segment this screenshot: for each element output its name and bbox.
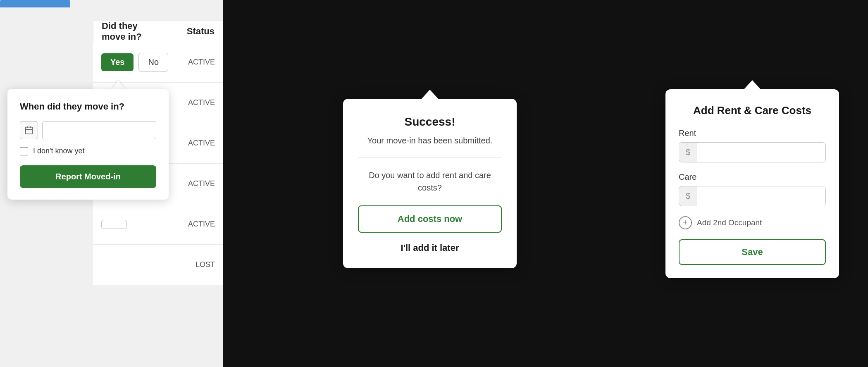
- left-panel: Did they move in? Status Yes No ACTIVE A…: [0, 0, 223, 367]
- table-header: Did they move in? Status: [93, 21, 223, 42]
- report-moved-in-button[interactable]: Report Moved-in: [20, 165, 156, 188]
- success-card: Success! Your move-in has been submitted…: [343, 99, 517, 268]
- care-label: Care: [679, 172, 826, 182]
- rent-label: Rent: [679, 129, 826, 138]
- success-title: Success!: [358, 115, 502, 129]
- dont-know-checkbox[interactable]: [20, 147, 28, 155]
- yes-no-group: Yes No: [101, 53, 168, 71]
- success-subtitle: Your move-in has been submitted.: [358, 136, 502, 145]
- status-badge-lost: LOST: [196, 260, 215, 269]
- table-row: Yes No ACTIVE: [93, 42, 223, 83]
- col-status-header: Status: [187, 26, 215, 37]
- no-button-row5[interactable]: [101, 220, 127, 229]
- save-button[interactable]: Save: [679, 239, 826, 265]
- rent-card-arrow: [743, 80, 761, 90]
- add-costs-now-button[interactable]: Add costs now: [358, 205, 502, 233]
- status-badge: ACTIVE: [188, 220, 215, 229]
- success-card-arrow: [421, 90, 439, 100]
- rent-dollar-symbol: $: [679, 143, 697, 162]
- date-field[interactable]: [42, 121, 156, 139]
- checkbox-row: I don't know yet: [20, 147, 156, 155]
- status-badge: ACTIVE: [188, 139, 215, 148]
- status-badge: ACTIVE: [188, 58, 215, 67]
- care-input-group: $: [679, 186, 826, 206]
- add-later-link[interactable]: I'll add it later: [358, 243, 502, 253]
- right-panel: Add Rent & Care Costs Rent $ Care $ + Ad…: [637, 0, 868, 367]
- dont-know-label: I don't know yet: [33, 147, 85, 155]
- movein-popup: When did they move in? I don't know yet …: [7, 89, 169, 200]
- rent-card: Add Rent & Care Costs Rent $ Care $ + Ad…: [665, 89, 839, 278]
- add-occupant-label: Add 2nd Occupant: [697, 218, 762, 227]
- status-badge: ACTIVE: [188, 98, 215, 107]
- table-row: ACTIVE: [93, 204, 223, 245]
- rent-card-title: Add Rent & Care Costs: [679, 104, 826, 117]
- col-movein-header: Did they move in?: [102, 21, 162, 42]
- no-button[interactable]: No: [138, 53, 168, 71]
- status-badge: ACTIVE: [188, 179, 215, 188]
- movein-popup-title: When did they move in?: [20, 101, 156, 112]
- yes-arrow: [112, 81, 125, 89]
- date-input-row: [20, 121, 156, 139]
- plus-circle-icon: +: [679, 216, 692, 229]
- middle-panel: Success! Your move-in has been submitted…: [223, 0, 637, 367]
- calendar-icon: [20, 121, 38, 139]
- care-input[interactable]: [697, 186, 825, 206]
- rent-input[interactable]: [697, 143, 825, 162]
- table-row: LOST: [93, 245, 223, 285]
- top-bar: [0, 0, 70, 7]
- cost-question: Do you want to add rent and care costs?: [358, 169, 502, 194]
- add-occupant-row[interactable]: + Add 2nd Occupant: [679, 216, 826, 229]
- yes-button[interactable]: Yes: [101, 53, 134, 71]
- care-dollar-symbol: $: [679, 186, 697, 206]
- divider: [358, 157, 502, 157]
- svg-rect-0: [26, 127, 33, 134]
- rent-input-group: $: [679, 142, 826, 162]
